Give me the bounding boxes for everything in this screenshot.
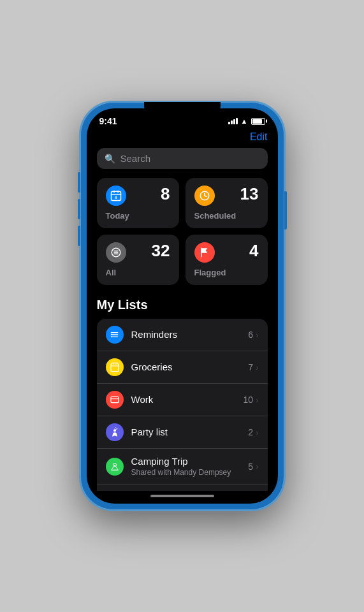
scheduled-icon [194,186,215,206]
list-item-camping[interactable]: Camping Trip Shared with Mandy Dempsey 5… [97,449,268,484]
all-label: All [106,268,170,277]
smart-lists-grid: 8 8 Today [97,178,268,285]
reminders-name: Reminders [131,329,178,340]
flagged-count: 4 [249,242,258,259]
svg-point-16 [110,334,112,335]
home-indicator [87,491,278,504]
today-label: Today [106,211,170,221]
svg-line-7 [205,196,207,197]
scheduled-card-top: 13 [194,186,259,206]
groceries-count: 7 [248,362,253,372]
today-card[interactable]: 8 8 Today [97,178,179,228]
list-item-party[interactable]: Party list 2 › [97,416,268,449]
svg-point-17 [110,336,112,337]
party-chevron: › [256,428,258,437]
notch [144,102,221,117]
list-item-travel[interactable]: Travel 2 › [97,484,268,491]
list-item-groceries[interactable]: Groceries 7 › [97,351,268,384]
svg-text:8: 8 [115,196,117,200]
party-info: Party list [131,426,241,438]
flagged-card[interactable]: 4 Flagged [186,235,268,285]
today-count: 8 [161,186,170,202]
flagged-icon [194,242,215,263]
today-icon: 8 [106,186,126,206]
scheduled-count: 13 [240,186,259,202]
groceries-name: Groceries [131,361,173,372]
work-count: 10 [244,395,254,405]
all-card-top: 32 [106,242,170,263]
list-item-work[interactable]: Work 10 › [97,384,268,416]
all-icon [106,242,126,263]
party-name: Party list [131,426,168,437]
list-item-reminders[interactable]: Reminders 6 › [97,319,268,351]
flagged-card-top: 4 [194,242,259,263]
phone-frame: 9:41 ▲ Edit 🔍 Search [80,102,284,510]
groceries-chevron: › [256,363,258,372]
svg-point-15 [110,332,112,333]
status-icons: ▲ [228,117,265,125]
phone-screen: 9:41 ▲ Edit 🔍 Search [87,108,278,504]
camping-icon [106,458,124,476]
svg-line-24 [115,428,115,428]
work-info: Work [131,394,236,405]
camping-info: Camping Trip Shared with Mandy Dempsey [131,456,241,477]
reminders-chevron: › [256,330,258,340]
groceries-icon [106,358,124,376]
battery-icon [251,118,265,125]
reminders-info: Reminders [131,329,241,340]
svg-line-25 [116,429,117,430]
party-meta: 2 › [248,427,258,437]
flagged-label: Flagged [194,268,259,277]
svg-point-23 [113,429,116,432]
search-icon: 🔍 [105,154,115,164]
camping-count: 5 [248,462,253,472]
reminders-icon [106,326,124,344]
work-meta: 10 › [244,395,259,405]
home-bar [150,495,214,497]
groceries-meta: 7 › [248,362,258,372]
work-icon [106,391,124,409]
wifi-icon: ▲ [241,117,248,125]
reminders-meta: 6 › [248,330,258,340]
status-time: 9:41 [99,116,117,126]
party-icon [106,423,124,441]
edit-button[interactable]: Edit [250,131,268,143]
search-bar[interactable]: 🔍 Search [97,148,268,169]
today-card-top: 8 8 [106,186,170,206]
scheduled-card[interactable]: 13 Scheduled [186,178,268,228]
my-lists-heading: My Lists [97,298,268,312]
groceries-info: Groceries [131,361,241,373]
work-name: Work [131,394,154,405]
party-count: 2 [248,427,253,437]
scheduled-label: Scheduled [194,211,259,221]
all-count: 32 [152,242,170,259]
battery-fill [252,119,262,124]
work-chevron: › [256,395,258,405]
reminders-count: 6 [248,330,253,340]
svg-rect-21 [111,397,119,402]
camping-meta: 5 › [248,462,258,472]
lists-container: Reminders 6 › [97,319,268,491]
search-placeholder: Search [120,153,151,164]
top-bar: Edit [97,129,268,148]
main-content: Edit 🔍 Search [87,129,278,491]
all-card[interactable]: 32 All [97,235,179,285]
camping-chevron: › [256,462,258,471]
signal-icon [228,118,238,124]
camping-subtitle: Shared with Mandy Dempsey [131,468,241,477]
camping-name: Camping Trip [131,456,188,467]
